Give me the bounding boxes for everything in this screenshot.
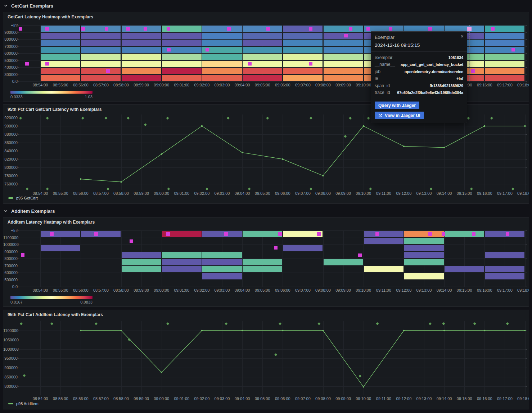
series-point[interactable]: [282, 158, 283, 160]
heatmap-cell[interactable]: [324, 259, 363, 265]
exemplar-marker[interactable]: [45, 62, 49, 66]
exemplar-diamond-marker[interactable]: [128, 338, 131, 341]
series-point[interactable]: [201, 125, 203, 127]
section-header-getcart[interactable]: GetCart Exemplars: [4, 2, 53, 9]
panel-title[interactable]: 95th Pct Cart GetCart Latency with Exemp…: [8, 107, 102, 112]
exemplar-diamond-marker[interactable]: [490, 117, 493, 120]
heatmap-cell[interactable]: [283, 33, 323, 39]
heatmap-cell[interactable]: [81, 68, 121, 74]
heatmap-cell[interactable]: [404, 273, 444, 279]
heatmap-cell[interactable]: [485, 54, 524, 60]
exemplar-marker[interactable]: [349, 27, 352, 31]
series-point[interactable]: [161, 372, 162, 373]
heatmap-cell[interactable]: [41, 231, 80, 237]
exemplar-marker-hovered[interactable]: [467, 27, 472, 31]
heatmap-cell[interactable]: [202, 40, 242, 46]
exemplar-marker[interactable]: [166, 232, 170, 236]
heatmap-cell[interactable]: [243, 231, 282, 237]
heatmap-cell[interactable]: [485, 40, 524, 46]
heatmap-cell[interactable]: [41, 68, 80, 74]
heatmap-cell[interactable]: [485, 33, 524, 39]
heatmap-cell[interactable]: [202, 54, 242, 60]
heatmap-cell[interactable]: [202, 266, 242, 273]
heatmap-cell[interactable]: [283, 47, 323, 53]
exemplar-diamond-marker[interactable]: [317, 322, 320, 325]
heatmap-cell[interactable]: [202, 75, 242, 81]
exemplar-diamond-marker[interactable]: [470, 188, 473, 190]
exemplar-diamond-marker[interactable]: [310, 117, 312, 120]
exemplar-marker[interactable]: [511, 48, 515, 51]
exemplar-marker[interactable]: [309, 27, 312, 31]
heatmap-cell[interactable]: [243, 33, 282, 39]
series-point[interactable]: [524, 125, 526, 127]
heatmap-cell[interactable]: [283, 61, 323, 67]
heatmap-cell[interactable]: [243, 68, 282, 74]
series-point[interactable]: [484, 330, 485, 331]
heatmap-cell[interactable]: [162, 33, 202, 39]
heatmap-cell[interactable]: [122, 252, 161, 259]
series-point[interactable]: [161, 153, 162, 155]
heatmap-cell[interactable]: [283, 75, 323, 81]
exemplar-marker[interactable]: [21, 253, 24, 257]
heatmap-cell[interactable]: [364, 231, 403, 237]
series-point[interactable]: [322, 330, 324, 331]
heatmap-cell[interactable]: [81, 33, 121, 39]
heatmap-cell[interactable]: [243, 54, 282, 60]
close-icon[interactable]: ×: [461, 34, 464, 39]
heatmap-cell[interactable]: [162, 75, 202, 81]
heatmap-cell[interactable]: [404, 259, 444, 265]
exemplar-marker[interactable]: [105, 27, 108, 31]
series-point[interactable]: [443, 147, 445, 148]
heatmap-cell[interactable]: [283, 68, 323, 74]
exemplar-marker[interactable]: [126, 27, 130, 31]
heatmap-cell[interactable]: [122, 61, 161, 67]
heatmap-cell[interactable]: [243, 259, 282, 265]
heatmap-cell[interactable]: [122, 40, 161, 46]
series-point[interactable]: [363, 125, 364, 127]
exemplar-diamond-marker[interactable]: [274, 353, 277, 356]
series-point[interactable]: [120, 330, 122, 331]
exemplar-diamond-marker[interactable]: [144, 124, 147, 126]
heatmap-cell[interactable]: [324, 47, 363, 53]
exemplar-marker[interactable]: [206, 48, 209, 51]
heatmap-cell[interactable]: [324, 33, 363, 39]
heatmap-cell[interactable]: [243, 47, 282, 53]
exemplar-marker[interactable]: [471, 69, 475, 73]
exemplar-marker[interactable]: [106, 69, 110, 73]
heatmap-cell[interactable]: [243, 266, 282, 273]
series-point[interactable]: [201, 330, 203, 331]
heatmap-cell[interactable]: [445, 231, 484, 237]
exemplar-marker[interactable]: [167, 27, 170, 31]
heatmap-cell[interactable]: [485, 252, 524, 259]
exemplar-marker[interactable]: [81, 27, 85, 31]
exemplar-diamond-marker[interactable]: [506, 322, 509, 325]
heatmap-cell[interactable]: [41, 40, 80, 46]
heatmap-cell[interactable]: [162, 54, 202, 60]
exemplar-diamond-marker[interactable]: [104, 117, 107, 120]
exemplar-marker[interactable]: [428, 27, 432, 31]
exemplar-marker[interactable]: [45, 27, 49, 31]
heatmap-cell[interactable]: [122, 266, 161, 273]
exemplar-marker[interactable]: [144, 27, 147, 31]
exemplar-diamond-marker[interactable]: [442, 322, 445, 325]
heatmap-cell[interactable]: [81, 40, 121, 46]
heatmap-cell[interactable]: [202, 231, 242, 237]
heatmap-cell[interactable]: [202, 259, 242, 265]
exemplar-diamond-marker[interactable]: [279, 322, 281, 325]
exemplar-diamond-marker[interactable]: [266, 117, 269, 120]
heatmap-cell[interactable]: [364, 266, 403, 273]
exemplar-marker[interactable]: [491, 27, 495, 31]
series-point[interactable]: [322, 175, 324, 176]
exemplar-diamond-marker[interactable]: [227, 117, 230, 120]
heatmap-cell[interactable]: [81, 54, 121, 60]
exemplar-diamond-marker[interactable]: [46, 188, 49, 190]
heatmap-cell[interactable]: [81, 231, 121, 237]
heatmap-cell[interactable]: [202, 273, 242, 279]
exemplar-diamond-marker[interactable]: [23, 374, 26, 377]
series-point[interactable]: [80, 330, 81, 331]
heatmap-cell[interactable]: [162, 252, 202, 259]
heatmap-cell[interactable]: [81, 75, 121, 81]
heatmap-cell[interactable]: [324, 75, 363, 81]
exemplar-diamond-marker[interactable]: [511, 188, 514, 190]
exemplar-diamond-marker[interactable]: [430, 188, 433, 190]
